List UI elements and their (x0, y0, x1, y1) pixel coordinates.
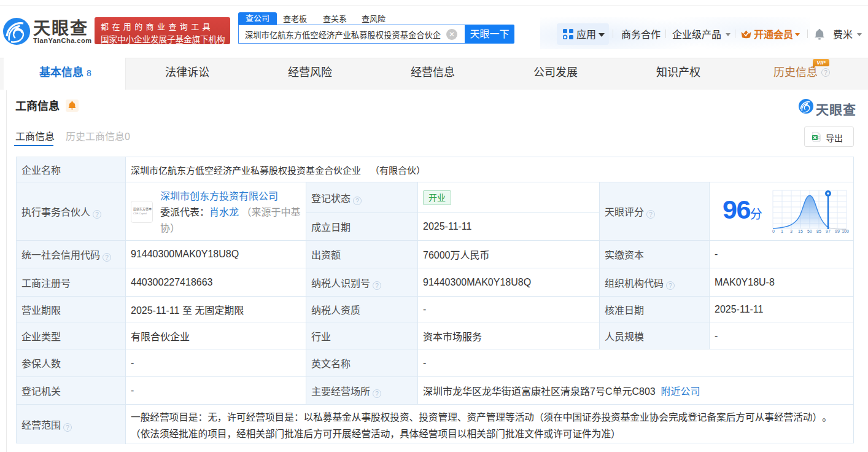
svg-text:100: 100 (842, 229, 849, 233)
svg-text:85: 85 (816, 229, 821, 233)
svg-text:3: 3 (790, 229, 792, 233)
svg-text:15: 15 (798, 229, 803, 233)
svg-text:50: 50 (807, 229, 812, 233)
svg-text:0: 0 (772, 229, 775, 233)
svg-text:99: 99 (835, 229, 840, 233)
svg-text:97: 97 (826, 229, 831, 233)
svg-text:1: 1 (781, 229, 783, 233)
